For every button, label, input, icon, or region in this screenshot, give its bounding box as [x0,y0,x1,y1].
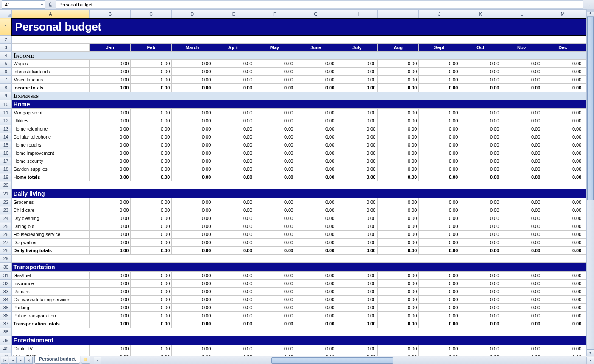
column-header[interactable]: F [254,10,295,10]
column-header[interactable]: C [131,10,172,10]
name-box-dropdown-icon[interactable]: ▼ [40,3,44,7]
formula-input[interactable]: Personal budget [56,0,583,9]
name-box[interactable]: A1 ▼ [2,0,45,9]
vertical-scrollbar[interactable]: ▲ ▼ [586,9,594,10]
formula-value: Personal budget [59,2,92,7]
formula-expand-icon[interactable]: ⌄ [585,3,592,7]
column-header[interactable]: M [542,10,583,10]
select-all-corner[interactable] [0,10,12,10]
column-header[interactable]: A [11,10,90,10]
formula-bar: A1 ▼ fx Personal budget ⌄ [0,0,594,10]
cell-reference: A1 [5,2,10,7]
column-header[interactable]: D [172,10,213,10]
spreadsheet-grid[interactable]: ABCDEFGHIJKLM1Personal budget23JanFebMar… [0,9,594,10]
column-header[interactable]: I [378,10,419,10]
column-header[interactable]: E [213,10,254,10]
column-header[interactable]: B [90,10,131,10]
fx-icon[interactable]: fx [47,1,54,8]
column-header[interactable]: L [501,10,542,10]
vsplit-handle[interactable] [587,9,594,10]
column-header[interactable]: J [419,10,460,10]
column-header[interactable]: H [336,10,378,10]
column-header[interactable]: G [295,10,336,10]
column-header[interactable]: K [460,10,501,10]
